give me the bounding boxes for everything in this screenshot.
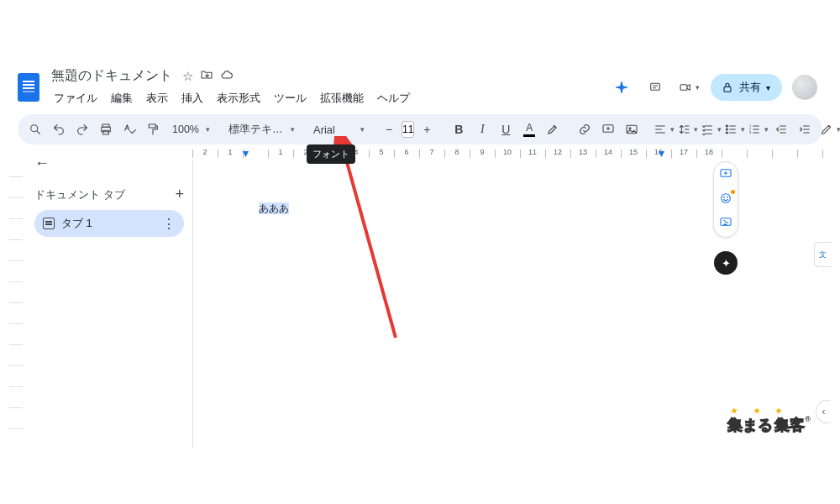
sidebar-heading: ドキュメント タブ [34, 187, 125, 202]
indent-decrease-button[interactable] [770, 118, 792, 140]
text-color-button[interactable]: A [518, 118, 540, 140]
insert-image-button[interactable] [621, 118, 643, 140]
chevron-down-icon: ▾ [206, 125, 210, 134]
vertical-ruler [9, 144, 23, 449]
share-button[interactable]: 共有 ▾ [711, 74, 782, 101]
svg-point-18 [722, 194, 731, 203]
svg-rect-1 [680, 85, 687, 91]
menu-format[interactable]: 表示形式 [211, 88, 266, 109]
font-family-dropdown[interactable]: Arial▾ [308, 118, 368, 140]
suggest-edits-icon[interactable] [719, 216, 732, 232]
document-canvas: 21123456789101112131415161718 あああ ✦ [192, 144, 831, 449]
ruler-number: 7 [419, 148, 444, 156]
italic-button[interactable]: I [471, 118, 493, 140]
insert-link-button[interactable] [574, 118, 596, 140]
menu-help[interactable]: ヘルプ [371, 88, 416, 109]
line-spacing-dropdown[interactable]: ▾ [676, 118, 698, 140]
menu-extensions[interactable]: 拡張機能 [314, 88, 370, 109]
watermark: ★ ★ ★ 集まる集客® [727, 415, 811, 435]
comment-emoji-pill [713, 161, 738, 238]
watermark-text-1: 集まる [727, 417, 773, 433]
ruler-number: 12 [545, 148, 570, 156]
horizontal-ruler[interactable]: 21123456789101112131415161718 [192, 144, 831, 158]
checklist-dropdown[interactable]: ▾ [700, 118, 722, 140]
menu-insert[interactable]: 挿入 [176, 88, 209, 109]
align-dropdown[interactable]: ▾ [653, 118, 675, 140]
add-tab-button[interactable]: + [175, 186, 184, 203]
ruler-number: 13 [570, 148, 596, 156]
ruler-number: 17 [671, 148, 696, 156]
redo-icon[interactable] [71, 118, 93, 140]
paragraph-style-dropdown[interactable]: 標準テキ…▾ [223, 118, 298, 140]
svg-point-20 [727, 197, 728, 197]
bold-button[interactable]: B [448, 118, 470, 140]
editing-mode-dropdown[interactable]: ▾ [819, 118, 840, 140]
formatting-toolbar: 100%▾ 標準テキ…▾ Arial▾ − 11 + B I U A ▾ ▾ ▾… [18, 114, 822, 144]
ruler-number: 11 [520, 148, 545, 156]
font-size-input[interactable]: 11 [402, 121, 414, 138]
star-icon[interactable]: ☆ [182, 69, 193, 84]
menu-tools[interactable]: ツール [268, 88, 312, 109]
watermark-stars-icon: ★ ★ ★ [731, 407, 789, 415]
title-row: 無題のドキュメント ☆ [48, 66, 416, 87]
svg-point-19 [724, 197, 725, 197]
meet-icon[interactable]: ▾ [677, 76, 701, 99]
indent-increase-button[interactable] [794, 118, 816, 140]
svg-rect-6 [103, 130, 109, 134]
cloud-status-icon[interactable] [220, 68, 234, 84]
document-title-input[interactable]: 無題のドキュメント [48, 66, 176, 87]
search-menu-icon[interactable] [24, 118, 46, 140]
ruler-number: 5 [369, 148, 394, 156]
menu-file[interactable]: ファイル [48, 88, 103, 109]
chevron-down-icon: ▾ [291, 125, 295, 134]
app-window: 無題のドキュメント ☆ ファイル 編集 表示 挿入 表示形式 ツール 拡張機能 … [9, 60, 831, 437]
tab-more-icon[interactable]: ⋮ [162, 216, 176, 232]
chevron-down-icon: ▾ [766, 83, 770, 92]
paint-format-icon[interactable] [142, 118, 164, 140]
gemini-icon[interactable] [610, 76, 633, 99]
menu-bar: ファイル 編集 表示 挿入 表示形式 ツール 拡張機能 ヘルプ [48, 88, 416, 109]
font-size-increase-button[interactable]: + [416, 118, 438, 140]
selected-text: あああ [259, 202, 289, 214]
document-tabs-sidebar: ← ドキュメント タブ + タブ 1 ⋮ [23, 144, 192, 449]
translate-sidebar-tab[interactable]: 文 [814, 242, 831, 267]
ruler-number: 8 [444, 148, 470, 156]
font-family-value: Arial [312, 123, 357, 136]
add-comment-icon[interactable] [719, 167, 732, 183]
move-folder-icon[interactable] [200, 68, 213, 84]
font-size-decrease-button[interactable]: − [378, 118, 400, 140]
ruler-number: 16 [646, 148, 671, 156]
watermark-text-2: 集客 [774, 417, 805, 433]
add-comment-button[interactable] [597, 118, 619, 140]
underline-button[interactable]: U [495, 118, 517, 140]
font-tooltip: フォント [307, 144, 355, 164]
ruler-number: 10 [495, 148, 520, 156]
svg-point-10 [629, 128, 631, 129]
undo-icon[interactable] [48, 118, 70, 140]
floating-action-rail: ✦ [713, 161, 738, 275]
title-block: 無題のドキュメント ☆ ファイル 編集 表示 挿入 表示形式 ツール 拡張機能 … [48, 66, 416, 109]
print-icon[interactable] [95, 118, 117, 140]
spellcheck-icon[interactable] [118, 118, 140, 140]
menu-view[interactable]: 表示 [140, 88, 174, 109]
docs-app-icon[interactable] [18, 73, 39, 102]
paragraph-style-value: 標準テキ… [227, 123, 287, 137]
svg-rect-2 [724, 87, 731, 92]
numbered-list-dropdown[interactable]: 123▾ [747, 118, 769, 140]
document-tab-item[interactable]: タブ 1 ⋮ [34, 210, 184, 237]
ruler-number: 9 [470, 148, 495, 156]
gemini-side-button[interactable]: ✦ [709, 246, 743, 280]
emoji-reaction-icon[interactable] [719, 192, 732, 207]
lock-icon [721, 81, 734, 94]
document-body-text[interactable]: あああ [259, 202, 289, 216]
svg-point-3 [31, 125, 38, 132]
zoom-dropdown[interactable]: 100%▾ [165, 118, 213, 140]
bulleted-list-dropdown[interactable]: ▾ [723, 118, 745, 140]
svg-point-13 [726, 132, 727, 134]
menu-edit[interactable]: 編集 [105, 88, 139, 109]
svg-point-11 [726, 125, 727, 127]
comments-history-icon[interactable] [643, 76, 667, 99]
back-arrow-icon[interactable]: ← [34, 155, 50, 172]
account-avatar[interactable] [792, 75, 817, 100]
highlight-color-button[interactable] [542, 118, 564, 140]
